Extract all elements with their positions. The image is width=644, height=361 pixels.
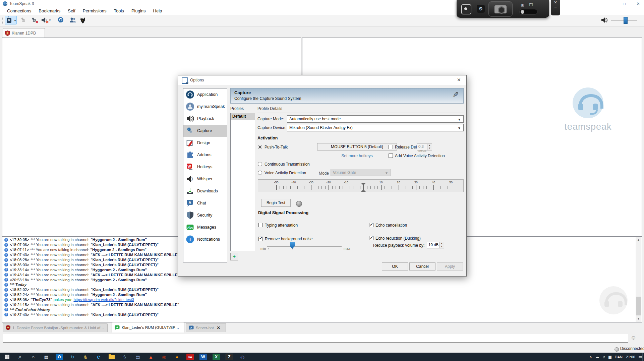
taskbar-icon-wargaming[interactable]: ◉: [160, 354, 168, 360]
add-profile-button[interactable]: +: [230, 253, 238, 260]
poke-link[interactable]: https://fuwg.dm-web.dk/?side=test3: [73, 298, 134, 302]
tray-icon-1[interactable]: ♫: [602, 355, 605, 359]
set-more-hotkeys-link[interactable]: Set more hotkeys: [317, 154, 397, 158]
screenshot-capture-button[interactable]: [488, 1, 513, 17]
tray-clock[interactable]: 21:00: [626, 355, 635, 359]
menu-item-self[interactable]: Self: [64, 7, 79, 15]
contacts-button[interactable]: [69, 16, 76, 24]
sidebar-item-whisper[interactable]: Whisper: [183, 173, 227, 185]
tray-icon-2[interactable]: ▆: [608, 355, 611, 359]
scroll-up-icon[interactable]: ▲: [636, 237, 641, 243]
mute-microphone-button[interactable]: ✕: [30, 16, 38, 24]
typing-attenuation-checkbox[interactable]: [258, 223, 263, 227]
echo-cancellation-checkbox[interactable]: [369, 223, 373, 227]
tray-chevron-icon[interactable]: ∧: [589, 355, 592, 359]
dialog-close-button[interactable]: ✕: [457, 77, 461, 82]
scrollbar-thumb[interactable]: [636, 297, 641, 315]
capture-device-select[interactable]: Mikrofon (Sound Blaster Audigy Fx)▼: [287, 124, 464, 131]
menu-item-help[interactable]: Help: [150, 7, 166, 15]
away-toggle-button[interactable]: ∧ ✕ ▼: [5, 16, 17, 24]
slider-track[interactable]: [267, 246, 342, 247]
menu-item-connections[interactable]: Connections: [3, 7, 35, 15]
sidebar-item-addons[interactable]: Addons: [183, 149, 227, 161]
voice-level-meter[interactable]: -50-40-30-20-101020304050: [258, 179, 464, 192]
show-desktop-button[interactable]: [642, 353, 644, 361]
toolbar-drag-handle[interactable]: [2, 17, 4, 24]
taskbar-icon-zip[interactable]: Z: [226, 354, 233, 360]
taskbar-icon-word[interactable]: W: [199, 354, 207, 360]
taskbar-icon-task-view[interactable]: ▦: [43, 354, 50, 360]
push-to-talk-hotkey-button[interactable]: MOUSE BUTTON 5 (Default): [317, 143, 397, 151]
sidebar-item-security[interactable]: Security: [183, 209, 227, 221]
screenshot-settings-button[interactable]: ⚙: [477, 5, 485, 13]
sidebar-item-design[interactable]: Design: [183, 137, 227, 149]
add-vad-checkbox[interactable]: [389, 154, 393, 158]
vad-radio[interactable]: [258, 171, 262, 175]
sidebar-item-application[interactable]: Application: [183, 88, 227, 101]
overlay-minimize-icon[interactable]: ‒: [551, 5, 560, 9]
sidebar-item-notifications[interactable]: iNotifications: [183, 233, 227, 245]
begin-test-button[interactable]: Begin Test: [261, 199, 291, 207]
scroll-down-icon[interactable]: ▼: [636, 316, 641, 322]
menu-item-permissions[interactable]: Permissions: [79, 7, 110, 15]
server-tab-klanen[interactable]: Klanen 1DPB: [3, 28, 45, 38]
notification-center-icon[interactable]: ▭: [639, 355, 642, 359]
screenshot-region-button[interactable]: [461, 4, 471, 14]
remove-background-noise-checkbox[interactable]: [258, 237, 263, 241]
sidebar-item-messages[interactable]: AbcMessages: [183, 221, 227, 233]
taskbar-icon-flux[interactable]: ϟ: [121, 354, 128, 360]
taskbar-icon-sync[interactable]: ↻: [69, 354, 76, 360]
chat-scrollbar[interactable]: ▲ ▼: [636, 237, 641, 322]
menu-item-plugins[interactable]: Plugins: [128, 7, 150, 15]
reduce-playback-spinner[interactable]: 10 dB ▲▼: [427, 242, 444, 248]
sidebar-item-downloads[interactable]: Downloads: [183, 185, 227, 197]
menu-item-bookmarks[interactable]: Bookmarks: [35, 7, 64, 15]
taskbar-icon-excel[interactable]: X: [213, 354, 220, 360]
taskbar-icon-explorer[interactable]: [108, 354, 115, 360]
taskbar-icon-floppy[interactable]: ▤: [134, 354, 141, 360]
taskbar-icon-game[interactable]: ♞: [82, 354, 89, 360]
release-delay-checkbox[interactable]: [389, 145, 393, 149]
level-meter-pointer[interactable]: [361, 183, 366, 192]
sidebar-item-capture[interactable]: Capture: [183, 125, 227, 137]
release-delay-spinner[interactable]: 0,3 secs ▲▼: [417, 143, 432, 151]
taskbar-icon-cortana[interactable]: ○: [30, 354, 37, 360]
ok-button[interactable]: OK: [382, 262, 408, 270]
profile-item-default[interactable]: Default: [231, 113, 255, 120]
menu-item-tools[interactable]: Tools: [110, 7, 128, 15]
window-close-button[interactable]: ✕: [632, 0, 644, 7]
photo-video-toggle[interactable]: ▣ 🗔: [519, 3, 543, 15]
chat-tab-2[interactable]: AKlan_Leder's RUM (GULVTÆPPET): [112, 322, 184, 333]
wolf-plugin-button[interactable]: [79, 16, 87, 24]
chat-input[interactable]: [3, 334, 628, 343]
spinner-arrows-icon[interactable]: ▲▼: [427, 144, 432, 150]
profiles-list[interactable]: Default: [230, 113, 255, 251]
spinner-arrows-icon[interactable]: ▲▼: [439, 242, 444, 248]
background-noise-slider[interactable]: min max: [258, 242, 355, 251]
sidebar-item-chat[interactable]: AChat: [183, 197, 227, 209]
chat-tab-1[interactable]: 1. Danske Panser Bataljon -Sprit munden …: [3, 323, 108, 332]
capture-disabled-button[interactable]: [19, 16, 27, 24]
tray-icon-0[interactable]: ☁: [595, 355, 599, 359]
myteamspeak-bubble-button[interactable]: [57, 16, 64, 24]
sidebar-item-hotkeys[interactable]: WHotkeys: [183, 161, 227, 173]
capture-mode-select[interactable]: Automatically use best mode▼: [287, 115, 464, 123]
taskbar-icon-firefox[interactable]: ●: [173, 354, 181, 360]
cancel-button[interactable]: Cancel: [409, 262, 435, 270]
taskbar-icon-search[interactable]: ⌕: [16, 354, 24, 360]
window-minimize-button[interactable]: —: [603, 0, 616, 7]
sidebar-item-myteamspeak[interactable]: myTeamSpeak: [183, 101, 227, 113]
overlay-close-icon[interactable]: ✕: [551, 0, 560, 5]
apply-button[interactable]: Apply: [437, 262, 463, 270]
toggle-pill[interactable]: [519, 9, 537, 15]
volume-slider-handle[interactable]: [624, 17, 628, 24]
taskbar-icon-start[interactable]: [3, 354, 11, 360]
window-maximize-button[interactable]: □: [618, 0, 631, 7]
echo-reduction-checkbox[interactable]: [369, 236, 373, 240]
slider-handle[interactable]: [290, 242, 295, 249]
push-to-talk-radio[interactable]: [258, 145, 262, 149]
taskbar-icon-64[interactable]: 64: [186, 354, 194, 360]
taskbar-icon-brave[interactable]: ▲: [147, 354, 155, 360]
chat-tab-3[interactable]: AServer-bot✕: [186, 323, 226, 332]
tray-language[interactable]: DAN: [615, 355, 623, 359]
